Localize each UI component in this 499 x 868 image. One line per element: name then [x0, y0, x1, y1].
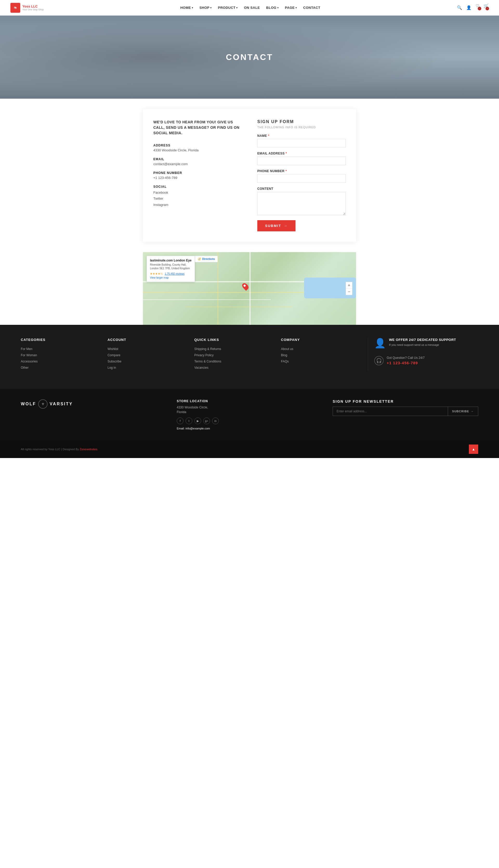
- content-textarea[interactable]: [257, 192, 346, 215]
- content-group: CONTENT: [257, 187, 346, 216]
- directions-button[interactable]: 🧭 Directions: [195, 256, 218, 262]
- copyright-text: All rights reserved by Yoss LLC | Design…: [21, 448, 98, 451]
- copyright-main: All rights reserved by Yoss LLC | Design…: [21, 448, 79, 451]
- footer-link-wishlist[interactable]: Wishlist: [108, 346, 186, 352]
- google-plus-icon[interactable]: g+: [203, 417, 210, 424]
- linkedin-icon[interactable]: in: [212, 417, 219, 424]
- road-v1: [250, 252, 251, 325]
- road-h4: [185, 307, 292, 307]
- form-title: SIGN UP FORM: [257, 119, 346, 124]
- store-email: Email: info@example.com: [177, 427, 322, 430]
- phone-group: PHONE NUMBER *: [257, 169, 346, 183]
- footer-categories: CATEGORIES For Men For Woman Accessories…: [21, 338, 100, 371]
- footer-copyright: All rights reserved by Yoss LLC | Design…: [0, 440, 499, 458]
- footer-link-terms[interactable]: Terms & Conditions: [194, 358, 273, 365]
- nav-product[interactable]: PRODUCT▾: [218, 6, 238, 10]
- footer-support: 👤 WE OFFER 24/7 DEDICATED SUPPORT If you…: [368, 338, 478, 371]
- footer-dark: CATEGORIES For Men For Woman Accessories…: [0, 325, 499, 389]
- place-address: Riverside Building, County Hall,London S…: [150, 263, 192, 270]
- submit-label: SUBMIT: [265, 224, 281, 228]
- footer-link-for-woman[interactable]: For Woman: [21, 352, 100, 358]
- facebook-link[interactable]: Facebook: [153, 190, 242, 196]
- map-section: lastminute.com London Eye Riverside Buil…: [143, 252, 356, 325]
- logo-name: Yoss LLC: [22, 4, 44, 9]
- address-value: 4330 Woodside Circle, Florida: [153, 148, 242, 152]
- name-group: NAME *: [257, 134, 346, 148]
- footer-link-blog[interactable]: Blog: [281, 352, 360, 358]
- newsletter-title: SIGN UP FOR NEWSLETTER: [333, 399, 478, 403]
- logo[interactable]: 🛍 Yoss LLC Your One Stop Shop: [10, 3, 44, 13]
- nav-page[interactable]: PAGE▾: [285, 6, 297, 10]
- footer-brand-col: WOLF ⚜ VARSITY: [21, 399, 166, 409]
- subscribe-button[interactable]: SUBCRIBE →: [448, 406, 478, 416]
- call-label: Got Question? Call Us 24/7: [387, 356, 425, 360]
- name-input[interactable]: [257, 139, 346, 148]
- nav-onsale[interactable]: ON SALE: [244, 6, 260, 10]
- footer-quick-links: QUICK LINKS Shipping & Returns Privacy P…: [194, 338, 273, 371]
- phone-form-label: PHONE NUMBER *: [257, 169, 346, 173]
- reviews-link[interactable]: 1,75,492 reviews: [165, 272, 184, 275]
- facebook-icon[interactable]: f: [177, 417, 183, 424]
- footer-link-vacancies[interactable]: Vacancies: [194, 365, 273, 371]
- footer-link-other[interactable]: Other: [21, 365, 100, 371]
- phone-input[interactable]: [257, 174, 346, 183]
- footer-link-shipping[interactable]: Shipping & Returns: [194, 346, 273, 352]
- instagram-link[interactable]: Instagram: [153, 202, 242, 208]
- newsletter-form: SUBCRIBE →: [333, 406, 478, 416]
- footer-link-privacy[interactable]: Privacy Policy: [194, 352, 273, 358]
- footer-link-for-men[interactable]: For Men: [21, 346, 100, 352]
- submit-button[interactable]: SUBMIT →: [257, 220, 295, 231]
- twitter-link[interactable]: Twitter: [153, 196, 242, 201]
- hero-section: CONTACT: [0, 15, 499, 99]
- social-links: Facebook Twitter Instagram: [153, 190, 242, 208]
- search-icon[interactable]: 🔍: [457, 5, 462, 10]
- wishlist-icon[interactable]: ♡0: [476, 3, 479, 12]
- nav-home[interactable]: HOME▾: [180, 6, 193, 10]
- footer-link-about[interactable]: About us: [281, 346, 360, 352]
- twitter-icon[interactable]: t: [185, 417, 192, 424]
- designer-link[interactable]: Zonewebsites.: [80, 448, 98, 451]
- email-input[interactable]: [257, 156, 346, 165]
- road-h3: [143, 299, 271, 300]
- email-label: EMAIL: [153, 158, 242, 161]
- chevron-down-icon: ▾: [210, 7, 212, 9]
- map-marker: [243, 283, 248, 290]
- youtube-icon[interactable]: ▶: [194, 417, 201, 424]
- footer-link-subscribe[interactable]: Subscribe: [108, 358, 186, 365]
- cart-icon[interactable]: 🛒0: [483, 3, 489, 12]
- hero-title: CONTACT: [226, 52, 273, 62]
- nav-blog[interactable]: BLOG▾: [266, 6, 279, 10]
- footer-link-faqs[interactable]: FAQs: [281, 358, 360, 365]
- wishlist-badge: 0: [478, 7, 481, 10]
- store-location-title: STORE LOCATION: [177, 399, 322, 403]
- view-larger-link[interactable]: View larger map: [150, 276, 192, 279]
- contact-intro: WE'D LOVE TO HEAR FROM YOU! GIVE US CALL…: [153, 119, 242, 136]
- back-to-top-button[interactable]: ▲: [469, 444, 478, 454]
- nav-contact[interactable]: CONTACT: [303, 6, 320, 10]
- headphone-icon: 🎧: [374, 356, 384, 365]
- footer-link-login[interactable]: Log in: [108, 365, 186, 371]
- user-icon[interactable]: 👤: [466, 5, 472, 10]
- zoom-out-button[interactable]: −: [346, 289, 352, 295]
- directions-icon: 🧭: [198, 257, 201, 261]
- contact-container: WE'D LOVE TO HEAR FROM YOU! GIVE US CALL…: [143, 109, 356, 242]
- footer-link-compare[interactable]: Compare: [108, 352, 186, 358]
- arrow-right-icon: →: [471, 410, 474, 413]
- zoom-in-button[interactable]: +: [346, 282, 352, 288]
- map-wrapper[interactable]: lastminute.com London Eye Riverside Buil…: [143, 252, 356, 325]
- social-section: SOCIAL Facebook Twitter Instagram: [153, 185, 242, 208]
- star-icons: ★★★★½: [150, 272, 163, 275]
- subscribe-label: SUBCRIBE: [452, 410, 469, 413]
- support-agent-icon: 👤: [374, 338, 386, 349]
- nav-shop[interactable]: SHOP▾: [199, 6, 211, 10]
- footer-link-accessories[interactable]: Accessories: [21, 358, 100, 365]
- contact-info-col: WE'D LOVE TO HEAR FROM YOU! GIVE US CALL…: [153, 119, 242, 231]
- company-title: COMPANY: [281, 338, 360, 342]
- place-name: lastminute.com London Eye: [150, 259, 192, 262]
- signup-form-col: SIGN UP FORM THE FOLLOWING INFO IS REQUI…: [257, 119, 346, 231]
- logo-sub: Your One Stop Shop: [22, 8, 44, 11]
- social-label: SOCIAL: [153, 185, 242, 189]
- newsletter-input[interactable]: [333, 406, 448, 416]
- brand-name-second: VARSITY: [50, 402, 73, 406]
- content-label: CONTENT: [257, 187, 346, 191]
